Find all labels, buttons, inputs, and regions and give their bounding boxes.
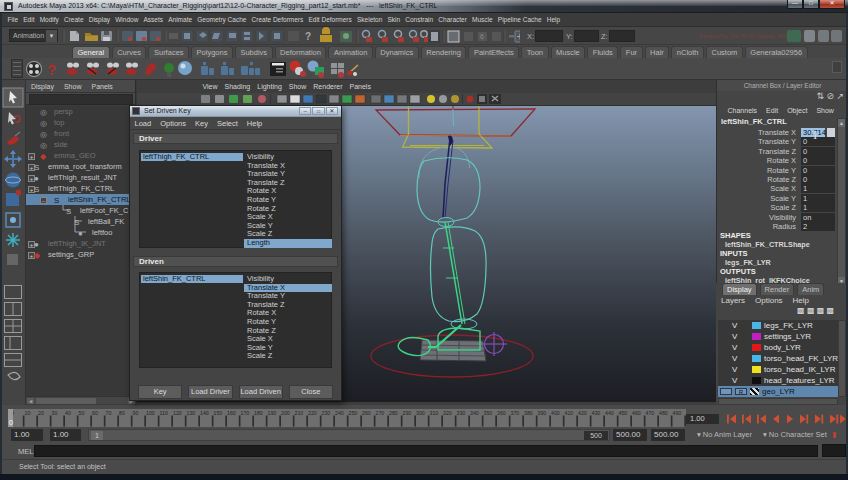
svg-text:160: 160 — [227, 410, 236, 416]
svg-text:320: 320 — [443, 410, 452, 416]
svg-text:390: 390 — [538, 410, 547, 416]
svg-text:370: 370 — [511, 410, 520, 416]
svg-text:?: ? — [305, 31, 311, 42]
svg-text:70: 70 — [106, 410, 112, 416]
svg-text:360: 360 — [497, 410, 506, 416]
svg-text:350: 350 — [484, 410, 493, 416]
svg-text:?: ? — [47, 61, 56, 78]
svg-text:330: 330 — [457, 410, 466, 416]
svg-text:250: 250 — [349, 410, 358, 416]
svg-text:260: 260 — [362, 410, 371, 416]
svg-text:150: 150 — [214, 410, 223, 416]
svg-text:40: 40 — [65, 410, 71, 416]
svg-text:290: 290 — [403, 410, 412, 416]
svg-text:400: 400 — [551, 410, 560, 416]
svg-text:440: 440 — [605, 410, 614, 416]
svg-text:410: 410 — [565, 410, 574, 416]
svg-text:170: 170 — [241, 410, 250, 416]
svg-text:340: 340 — [470, 410, 479, 416]
svg-text:20: 20 — [38, 410, 44, 416]
svg-text:480: 480 — [659, 410, 668, 416]
svg-text:190: 190 — [268, 410, 277, 416]
svg-text:240: 240 — [335, 410, 344, 416]
svg-text:450: 450 — [619, 410, 628, 416]
svg-text:30: 30 — [52, 410, 58, 416]
svg-text:60: 60 — [92, 410, 98, 416]
svg-text:310: 310 — [430, 410, 439, 416]
svg-text:100: 100 — [146, 410, 155, 416]
svg-text:420: 420 — [578, 410, 587, 416]
svg-text:140: 140 — [200, 410, 209, 416]
svg-text:380: 380 — [524, 410, 533, 416]
svg-text:110: 110 — [160, 410, 168, 416]
svg-text:460: 460 — [632, 410, 641, 416]
svg-text:300: 300 — [416, 410, 425, 416]
svg-text:0: 0 — [9, 419, 13, 426]
svg-text:120: 120 — [173, 410, 182, 416]
svg-text:230: 230 — [322, 410, 331, 416]
svg-text:220: 220 — [308, 410, 317, 416]
svg-text:490: 490 — [673, 410, 682, 416]
svg-text:10: 10 — [25, 410, 31, 416]
svg-text:430: 430 — [592, 410, 601, 416]
svg-text:90: 90 — [133, 410, 139, 416]
svg-text:470: 470 — [646, 410, 655, 416]
svg-text:200: 200 — [281, 410, 290, 416]
svg-text:50: 50 — [79, 410, 85, 416]
svg-text:6: 6 — [480, 33, 484, 40]
svg-text:130: 130 — [187, 410, 196, 416]
svg-text:270: 270 — [376, 410, 385, 416]
svg-text:80: 80 — [119, 410, 125, 416]
svg-text:210: 210 — [295, 410, 304, 416]
svg-text:180: 180 — [254, 410, 263, 416]
svg-text:280: 280 — [389, 410, 398, 416]
